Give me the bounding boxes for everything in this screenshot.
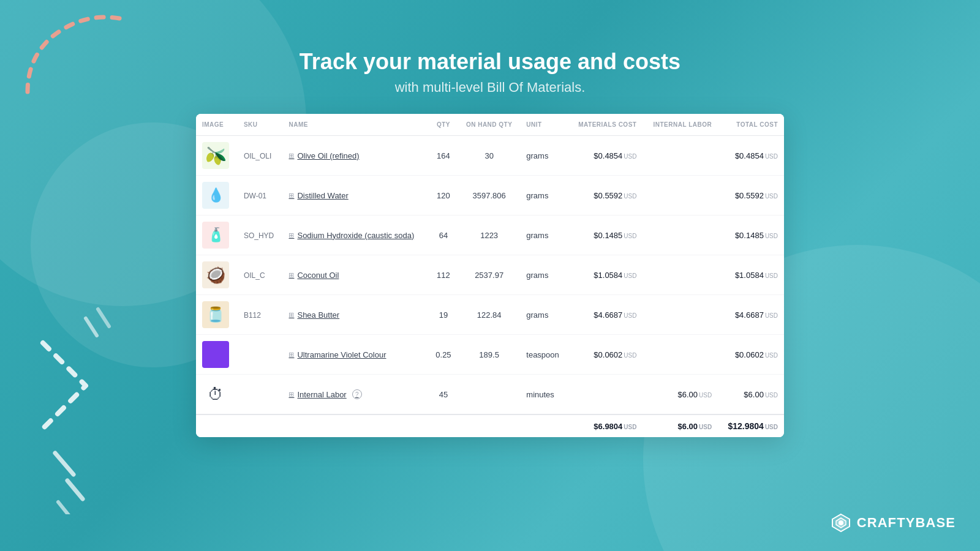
total-cost-currency: USD bbox=[765, 392, 778, 399]
item-name-link-shea-butter[interactable]: ⊞Shea Butter bbox=[288, 310, 422, 320]
cell-materials-cost-internal-labor bbox=[568, 375, 643, 415]
table-totals-row: $6.9804USD$6.00USD$12.9804USD bbox=[196, 414, 784, 437]
item-img-shea-butter: 🫙 bbox=[202, 301, 229, 328]
total-cost-currency: USD bbox=[765, 352, 778, 359]
item-link-icon: ⊞ bbox=[288, 391, 294, 399]
cell-materials-cost-olive-oil: $0.4854USD bbox=[568, 136, 643, 176]
total-empty-1 bbox=[238, 414, 283, 437]
mat-cost-value: $0.5592 bbox=[594, 191, 622, 200]
mat-cost-currency: USD bbox=[624, 272, 636, 279]
col-total-cost: TOTAL COST bbox=[718, 114, 784, 136]
cell-name-ultramarine-violet[interactable]: ⊞Ultramarine Violet Colour bbox=[282, 335, 428, 375]
mat-cost-value: $4.6687 bbox=[594, 310, 622, 320]
total-mat-value: $6.9804 bbox=[594, 422, 622, 431]
mat-cost-value: $0.0602 bbox=[594, 350, 622, 359]
total-cost-value: $0.5592 bbox=[735, 191, 764, 200]
cell-unit-internal-labor: minutes bbox=[520, 375, 568, 415]
table-row: 🧴SO_HYD⊞Sodium Hydroxide (caustic soda)6… bbox=[196, 216, 784, 255]
total-empty-0 bbox=[196, 414, 238, 437]
cell-materials-cost-ultramarine-violet: $0.0602USD bbox=[568, 335, 643, 375]
total-empty-3 bbox=[429, 414, 458, 437]
cell-image-coconut-oil: 🥥 bbox=[196, 255, 238, 295]
total-cost-currency: USD bbox=[765, 193, 778, 200]
item-name-link-distilled-water[interactable]: ⊞Distilled Water bbox=[288, 191, 422, 200]
cell-name-olive-oil[interactable]: ⊞Olive Oil (refined) bbox=[282, 136, 428, 176]
item-name-text-coconut-oil: Coconut Oil bbox=[297, 271, 339, 280]
table-card: IMAGE SKU NAME QTY ON HAND QTY UNIT MATE… bbox=[196, 114, 784, 437]
cell-onhand-distilled-water: 3597.806 bbox=[458, 176, 520, 216]
total-cost-value: $6.00 bbox=[744, 390, 764, 399]
cell-unit-shea-butter: grams bbox=[520, 295, 568, 335]
cell-internal-labor-sodium-hydroxide bbox=[643, 216, 718, 255]
internal-labor-help-icon[interactable]: ? bbox=[352, 389, 362, 399]
cell-name-coconut-oil[interactable]: ⊞Coconut Oil bbox=[282, 255, 428, 295]
cell-qty-coconut-oil: 112 bbox=[429, 255, 458, 295]
table-row: 🫙B112⊞Shea Butter19122.84grams$4.6687USD… bbox=[196, 295, 784, 335]
cell-sku-internal-labor bbox=[238, 375, 283, 415]
item-name-text-ultramarine-violet: Ultramarine Violet Colour bbox=[297, 350, 386, 359]
cell-qty-internal-labor: 45 bbox=[429, 375, 458, 415]
cell-name-sodium-hydroxide[interactable]: ⊞Sodium Hydroxide (caustic soda) bbox=[282, 216, 428, 255]
item-name-text-internal-labor: Internal Labor bbox=[297, 390, 346, 399]
mat-cost-value: $0.1485 bbox=[594, 231, 622, 240]
item-name-link-ultramarine-violet[interactable]: ⊞Ultramarine Violet Colour bbox=[288, 350, 422, 359]
cell-onhand-ultramarine-violet: 189.5 bbox=[458, 335, 520, 375]
total-empty-2 bbox=[282, 414, 428, 437]
cell-internal-labor-internal-labor: $6.00USD bbox=[643, 375, 718, 415]
int-labor-value: $6.00 bbox=[678, 390, 698, 399]
item-name-text-sodium-hydroxide: Sodium Hydroxide (caustic soda) bbox=[297, 231, 414, 240]
mat-cost-currency: USD bbox=[624, 312, 636, 319]
mat-cost-currency: USD bbox=[624, 153, 636, 160]
logo-text: CRAFTYBASE bbox=[857, 515, 956, 531]
total-empty-4 bbox=[458, 414, 520, 437]
table-header-row: IMAGE SKU NAME QTY ON HAND QTY UNIT MATE… bbox=[196, 114, 784, 136]
cell-qty-sodium-hydroxide: 64 bbox=[429, 216, 458, 255]
total-cost-currency: USD bbox=[765, 233, 778, 239]
cell-name-distilled-water[interactable]: ⊞Distilled Water bbox=[282, 176, 428, 216]
craftybase-logo-icon bbox=[831, 513, 851, 533]
item-name-link-olive-oil[interactable]: ⊞Olive Oil (refined) bbox=[288, 151, 422, 160]
col-image: IMAGE bbox=[196, 114, 238, 136]
cell-image-shea-butter: 🫙 bbox=[196, 295, 238, 335]
cell-total-cost-coconut-oil: $1.0584USD bbox=[718, 255, 784, 295]
total-total-cost: $12.9804USD bbox=[718, 414, 784, 437]
item-name-link-internal-labor[interactable]: ⊞Internal Labor? bbox=[288, 389, 422, 399]
item-name-text-shea-butter: Shea Butter bbox=[297, 310, 339, 320]
total-cost-currency: USD bbox=[765, 312, 778, 319]
col-name: NAME bbox=[282, 114, 428, 136]
cell-name-internal-labor[interactable]: ⊞Internal Labor? bbox=[282, 375, 428, 415]
item-link-icon: ⊞ bbox=[288, 152, 294, 160]
col-onhand: ON HAND QTY bbox=[458, 114, 520, 136]
mat-cost-value: $1.0584 bbox=[594, 271, 622, 280]
cell-internal-labor-distilled-water bbox=[643, 176, 718, 216]
total-cost-value: $0.4854 bbox=[735, 151, 764, 160]
cell-unit-olive-oil: grams bbox=[520, 136, 568, 176]
total-total-value: $12.9804 bbox=[728, 421, 763, 431]
cell-materials-cost-shea-butter: $4.6687USD bbox=[568, 295, 643, 335]
total-total-currency: USD bbox=[765, 424, 778, 430]
mat-cost-currency: USD bbox=[624, 352, 636, 359]
cell-sku-olive-oil: OIL_OLI bbox=[238, 136, 283, 176]
cell-unit-ultramarine-violet: teaspoon bbox=[520, 335, 568, 375]
item-name-link-coconut-oil[interactable]: ⊞Coconut Oil bbox=[288, 271, 422, 280]
page-title: Track your material usage and costs bbox=[300, 49, 680, 75]
item-img-olive-oil: 🫒 bbox=[202, 142, 229, 169]
cell-onhand-sodium-hydroxide: 1223 bbox=[458, 216, 520, 255]
main-content: Track your material usage and costs with… bbox=[0, 0, 980, 551]
cell-materials-cost-distilled-water: $0.5592USD bbox=[568, 176, 643, 216]
cell-name-shea-butter[interactable]: ⊞Shea Butter bbox=[282, 295, 428, 335]
total-cost-value: $0.1485 bbox=[735, 231, 764, 240]
total-mat-currency: USD bbox=[624, 424, 636, 430]
cell-sku-shea-butter: B112 bbox=[238, 295, 283, 335]
cell-onhand-olive-oil: 30 bbox=[458, 136, 520, 176]
cell-qty-shea-butter: 19 bbox=[429, 295, 458, 335]
item-name-link-sodium-hydroxide[interactable]: ⊞Sodium Hydroxide (caustic soda) bbox=[288, 231, 422, 240]
cell-unit-sodium-hydroxide: grams bbox=[520, 216, 568, 255]
mat-cost-value: $0.4854 bbox=[594, 151, 622, 160]
item-img-sodium-hydroxide: 🧴 bbox=[202, 222, 229, 249]
col-materials-cost: MATERIALS COST bbox=[568, 114, 643, 136]
cell-total-cost-distilled-water: $0.5592USD bbox=[718, 176, 784, 216]
col-qty: QTY bbox=[429, 114, 458, 136]
cell-internal-labor-coconut-oil bbox=[643, 255, 718, 295]
total-internal-labor: $6.00USD bbox=[643, 414, 718, 437]
